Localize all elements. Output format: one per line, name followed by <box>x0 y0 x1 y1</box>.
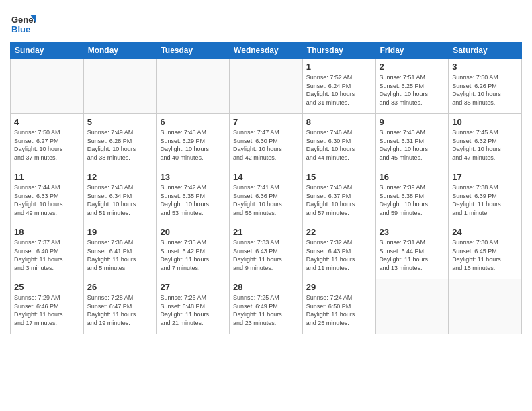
day-info: Sunrise: 7:37 AM Sunset: 6:40 PM Dayligh… <box>14 238 80 272</box>
header: General Blue <box>10 7 522 38</box>
day-number: 5 <box>87 117 153 127</box>
weekday-header-row: SundayMondayTuesdayWednesdayThursdayFrid… <box>11 42 522 59</box>
week-row-5: 25Sunrise: 7:29 AM Sunset: 6:46 PM Dayli… <box>11 279 522 334</box>
day-info: Sunrise: 7:49 AM Sunset: 6:28 PM Dayligh… <box>87 128 153 162</box>
day-number: 8 <box>306 117 372 127</box>
logo-icon: General Blue <box>10 9 36 35</box>
calendar-cell: 15Sunrise: 7:40 AM Sunset: 6:37 PM Dayli… <box>302 169 375 224</box>
day-info: Sunrise: 7:50 AM Sunset: 6:27 PM Dayligh… <box>14 128 80 162</box>
weekday-header-friday: Friday <box>375 42 449 59</box>
calendar-cell: 3Sunrise: 7:50 AM Sunset: 6:26 PM Daylig… <box>449 59 522 114</box>
day-info: Sunrise: 7:38 AM Sunset: 6:39 PM Dayligh… <box>452 183 518 217</box>
day-info: Sunrise: 7:45 AM Sunset: 6:32 PM Dayligh… <box>452 128 518 162</box>
weekday-header-thursday: Thursday <box>302 42 375 59</box>
calendar-cell: 14Sunrise: 7:41 AM Sunset: 6:36 PM Dayli… <box>230 169 303 224</box>
calendar-cell: 29Sunrise: 7:24 AM Sunset: 6:50 PM Dayli… <box>302 279 375 334</box>
day-info: Sunrise: 7:28 AM Sunset: 6:47 PM Dayligh… <box>87 293 153 327</box>
svg-text:Blue: Blue <box>11 24 30 34</box>
weekday-header-saturday: Saturday <box>449 42 522 59</box>
day-info: Sunrise: 7:24 AM Sunset: 6:50 PM Dayligh… <box>306 293 372 327</box>
day-number: 14 <box>233 172 299 182</box>
calendar-cell: 13Sunrise: 7:42 AM Sunset: 6:35 PM Dayli… <box>157 169 230 224</box>
week-row-1: 1Sunrise: 7:52 AM Sunset: 6:24 PM Daylig… <box>11 59 522 114</box>
calendar-cell: 20Sunrise: 7:35 AM Sunset: 6:42 PM Dayli… <box>157 224 230 279</box>
day-number: 15 <box>306 172 372 182</box>
page: General Blue SundayMondayTuesdayWednesda… <box>0 0 532 411</box>
calendar-cell: 6Sunrise: 7:48 AM Sunset: 6:29 PM Daylig… <box>157 114 230 169</box>
day-info: Sunrise: 7:48 AM Sunset: 6:29 PM Dayligh… <box>160 128 226 162</box>
day-info: Sunrise: 7:50 AM Sunset: 6:26 PM Dayligh… <box>452 73 518 107</box>
calendar-cell: 16Sunrise: 7:39 AM Sunset: 6:38 PM Dayli… <box>375 169 449 224</box>
day-number: 23 <box>380 227 445 237</box>
day-number: 4 <box>14 117 80 127</box>
day-number: 13 <box>160 172 226 182</box>
day-number: 28 <box>233 282 299 292</box>
calendar-cell <box>11 59 84 114</box>
calendar-cell <box>157 59 230 114</box>
calendar-cell: 2Sunrise: 7:51 AM Sunset: 6:25 PM Daylig… <box>375 59 449 114</box>
day-info: Sunrise: 7:36 AM Sunset: 6:41 PM Dayligh… <box>87 238 153 272</box>
day-number: 7 <box>233 117 299 127</box>
day-info: Sunrise: 7:35 AM Sunset: 6:42 PM Dayligh… <box>160 238 226 272</box>
calendar-cell: 1Sunrise: 7:52 AM Sunset: 6:24 PM Daylig… <box>302 59 375 114</box>
day-number: 2 <box>380 62 445 72</box>
logo: General Blue <box>10 9 36 38</box>
calendar: SundayMondayTuesdayWednesdayThursdayFrid… <box>10 42 522 334</box>
calendar-cell: 21Sunrise: 7:33 AM Sunset: 6:43 PM Dayli… <box>230 224 303 279</box>
week-row-2: 4Sunrise: 7:50 AM Sunset: 6:27 PM Daylig… <box>11 114 522 169</box>
day-info: Sunrise: 7:25 AM Sunset: 6:49 PM Dayligh… <box>233 293 299 327</box>
weekday-header-tuesday: Tuesday <box>157 42 230 59</box>
calendar-cell: 22Sunrise: 7:32 AM Sunset: 6:43 PM Dayli… <box>302 224 375 279</box>
calendar-cell: 11Sunrise: 7:44 AM Sunset: 6:33 PM Dayli… <box>11 169 84 224</box>
calendar-cell <box>230 59 303 114</box>
day-info: Sunrise: 7:32 AM Sunset: 6:43 PM Dayligh… <box>306 238 372 272</box>
calendar-cell: 9Sunrise: 7:45 AM Sunset: 6:31 PM Daylig… <box>375 114 449 169</box>
calendar-cell: 27Sunrise: 7:26 AM Sunset: 6:48 PM Dayli… <box>157 279 230 334</box>
day-number: 3 <box>452 62 518 72</box>
calendar-cell: 23Sunrise: 7:31 AM Sunset: 6:44 PM Dayli… <box>375 224 449 279</box>
day-number: 16 <box>380 172 445 182</box>
weekday-header-wednesday: Wednesday <box>230 42 303 59</box>
day-number: 25 <box>14 282 80 292</box>
calendar-cell: 5Sunrise: 7:49 AM Sunset: 6:28 PM Daylig… <box>83 114 157 169</box>
day-number: 9 <box>380 117 445 127</box>
day-info: Sunrise: 7:41 AM Sunset: 6:36 PM Dayligh… <box>233 183 299 217</box>
day-number: 20 <box>160 227 226 237</box>
day-number: 12 <box>87 172 153 182</box>
day-number: 24 <box>452 227 518 237</box>
calendar-cell: 8Sunrise: 7:46 AM Sunset: 6:30 PM Daylig… <box>302 114 375 169</box>
day-info: Sunrise: 7:44 AM Sunset: 6:33 PM Dayligh… <box>14 183 80 217</box>
day-info: Sunrise: 7:43 AM Sunset: 6:34 PM Dayligh… <box>87 183 153 217</box>
day-number: 22 <box>306 227 372 237</box>
day-number: 11 <box>14 172 80 182</box>
calendar-cell: 28Sunrise: 7:25 AM Sunset: 6:49 PM Dayli… <box>230 279 303 334</box>
day-info: Sunrise: 7:33 AM Sunset: 6:43 PM Dayligh… <box>233 238 299 272</box>
day-info: Sunrise: 7:52 AM Sunset: 6:24 PM Dayligh… <box>306 73 372 107</box>
day-number: 29 <box>306 282 372 292</box>
day-info: Sunrise: 7:30 AM Sunset: 6:45 PM Dayligh… <box>452 238 518 272</box>
calendar-cell: 17Sunrise: 7:38 AM Sunset: 6:39 PM Dayli… <box>449 169 522 224</box>
weekday-header-sunday: Sunday <box>11 42 84 59</box>
day-number: 27 <box>160 282 226 292</box>
calendar-cell: 4Sunrise: 7:50 AM Sunset: 6:27 PM Daylig… <box>11 114 84 169</box>
day-info: Sunrise: 7:29 AM Sunset: 6:46 PM Dayligh… <box>14 293 80 327</box>
calendar-cell: 19Sunrise: 7:36 AM Sunset: 6:41 PM Dayli… <box>83 224 157 279</box>
day-number: 21 <box>233 227 299 237</box>
day-info: Sunrise: 7:26 AM Sunset: 6:48 PM Dayligh… <box>160 293 226 327</box>
day-info: Sunrise: 7:40 AM Sunset: 6:37 PM Dayligh… <box>306 183 372 217</box>
calendar-cell: 18Sunrise: 7:37 AM Sunset: 6:40 PM Dayli… <box>11 224 84 279</box>
calendar-cell: 24Sunrise: 7:30 AM Sunset: 6:45 PM Dayli… <box>449 224 522 279</box>
day-info: Sunrise: 7:39 AM Sunset: 6:38 PM Dayligh… <box>380 183 445 217</box>
calendar-cell <box>375 279 449 334</box>
calendar-cell <box>83 59 157 114</box>
day-number: 6 <box>160 117 226 127</box>
day-info: Sunrise: 7:47 AM Sunset: 6:30 PM Dayligh… <box>233 128 299 162</box>
day-number: 18 <box>14 227 80 237</box>
day-info: Sunrise: 7:51 AM Sunset: 6:25 PM Dayligh… <box>380 73 445 107</box>
day-info: Sunrise: 7:45 AM Sunset: 6:31 PM Dayligh… <box>380 128 445 162</box>
week-row-3: 11Sunrise: 7:44 AM Sunset: 6:33 PM Dayli… <box>11 169 522 224</box>
day-number: 19 <box>87 227 153 237</box>
weekday-header-monday: Monday <box>83 42 157 59</box>
day-number: 1 <box>306 62 372 72</box>
day-info: Sunrise: 7:42 AM Sunset: 6:35 PM Dayligh… <box>160 183 226 217</box>
